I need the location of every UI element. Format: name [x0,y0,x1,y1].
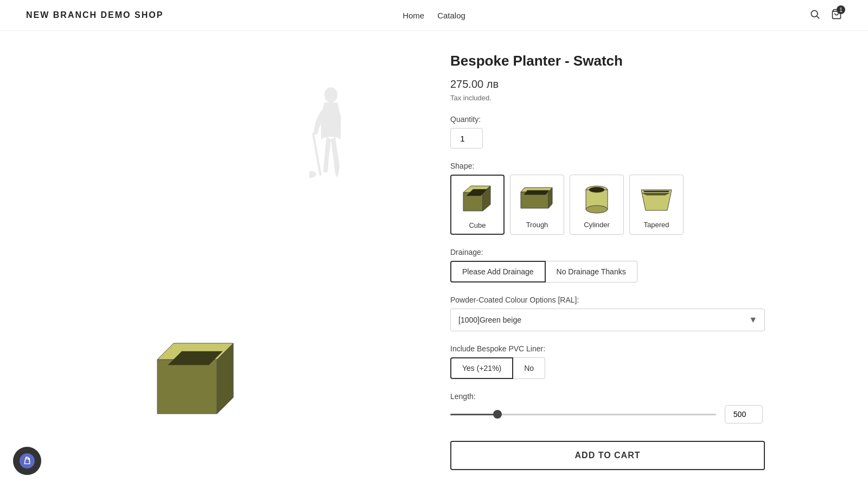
shape-option-cylinder[interactable]: Cylinder [570,175,624,235]
drainage-label: Drainage: [450,248,765,256]
tapered-shape-image [637,179,675,217]
site-logo[interactable]: NEW BRANCH DEMO SHOP [26,10,163,20]
length-input[interactable] [725,405,763,423]
product-title: Bespoke Planter - Swatch [450,53,765,69]
add-to-cart-button[interactable]: ADD TO CART [450,441,765,470]
product-3d-cube [146,327,255,427]
trough-label: Trough [526,221,548,229]
shape-option-cube[interactable]: Cube [450,175,505,235]
svg-point-25 [20,453,35,468]
svg-point-0 [811,10,818,17]
product-price: 275.00 лв [450,78,765,91]
drainage-please-add[interactable]: Please Add Drainage [450,261,546,282]
length-slider-container [450,405,765,423]
svg-marker-6 [157,359,217,414]
svg-marker-22 [641,190,672,210]
silhouette-figure [309,85,353,204]
cylinder-shape-image [578,179,616,217]
cylinder-label: Cylinder [584,221,610,229]
trough-shape-image [518,179,556,217]
cart-count: 1 [837,5,845,14]
cube-label: Cube [469,221,486,229]
colour-select-wrapper: [1000]Green beige [1001]Beige [1002]Sand… [450,309,765,331]
svg-point-21 [589,187,604,192]
shape-label: Shape: [450,162,765,170]
shape-selector: Cube Trough [450,175,765,235]
svg-marker-24 [643,191,669,192]
nav-home[interactable]: Home [403,11,424,20]
tapered-label: Tapered [644,221,669,229]
slider-row [450,405,765,423]
header: NEW BRANCH DEMO SHOP Home Catalog 1 [0,0,868,31]
main-container: Bespoke Planter - Swatch 275.00 лв Tax i… [81,53,787,470]
shape-option-tapered[interactable]: Tapered [629,175,684,235]
liner-selector: Yes (+21%) No [450,357,765,379]
colour-select[interactable]: [1000]Green beige [1001]Beige [1002]Sand… [450,309,765,331]
svg-marker-23 [642,193,669,195]
cart-button[interactable]: 1 [831,9,842,22]
liner-no[interactable]: No [513,357,545,379]
svg-marker-17 [524,190,549,195]
product-details: Bespoke Planter - Swatch 275.00 лв Tax i… [450,53,765,470]
quantity-label: Quantity: [450,115,765,124]
svg-point-3 [324,87,337,102]
drainage-no-thanks[interactable]: No Drainage Thanks [546,261,637,282]
shape-option-trough[interactable]: Trough [510,175,564,235]
tax-note: Tax included. [450,94,765,102]
product-image-area [103,53,418,470]
drainage-selector: Please Add Drainage No Drainage Thanks [450,261,765,282]
colour-label: Powder-Coated Colour Options [RAL]: [450,296,765,304]
cube-shape-image [458,180,496,218]
liner-label: Include Bespoke PVC Liner: [450,344,765,353]
svg-point-20 [586,206,608,213]
length-label: Length: [450,392,765,401]
svg-rect-4 [312,133,322,176]
shopify-badge[interactable] [13,447,41,475]
quantity-input[interactable] [450,128,483,149]
search-icon[interactable] [809,9,820,22]
nav-catalog[interactable]: Catalog [437,11,465,20]
length-slider[interactable] [450,414,716,415]
header-actions: 1 [809,9,842,22]
liner-yes[interactable]: Yes (+21%) [450,357,513,379]
svg-line-1 [817,16,820,19]
main-nav: Home Catalog [403,11,465,20]
svg-point-5 [309,170,317,178]
